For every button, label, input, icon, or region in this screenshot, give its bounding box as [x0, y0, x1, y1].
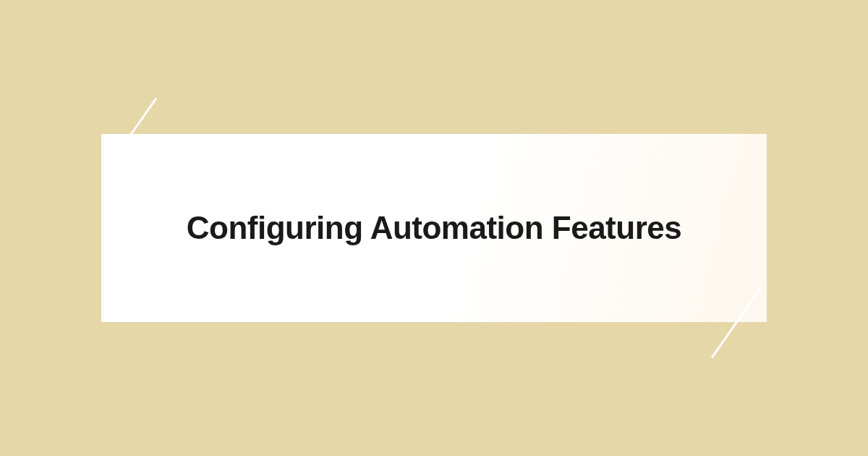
title-card-wrapper: Configuring Automation Features [101, 134, 767, 322]
title-card: Configuring Automation Features [101, 134, 767, 322]
page-title: Configuring Automation Features [187, 210, 681, 246]
